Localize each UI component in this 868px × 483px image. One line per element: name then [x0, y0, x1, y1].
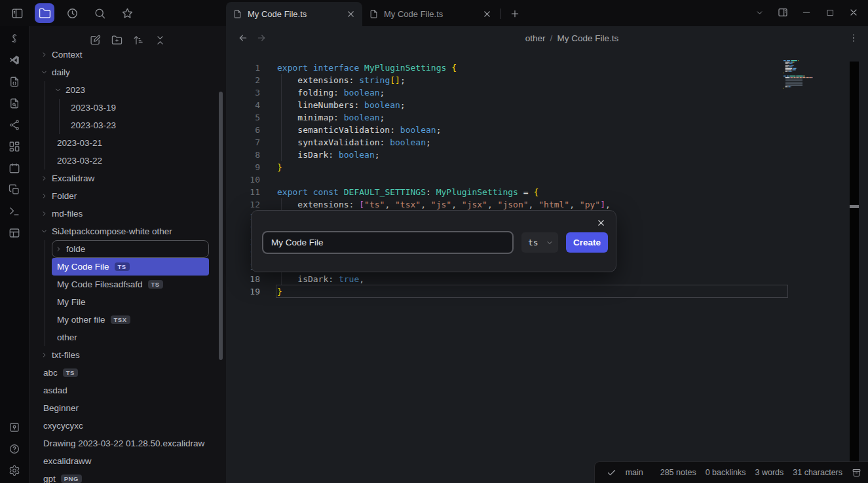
code-line: semanticValidation: boolean; — [277, 124, 441, 136]
tree-file[interactable]: Beginner — [38, 399, 209, 417]
tab-close-icon[interactable] — [482, 9, 492, 19]
line-number: 11 — [226, 186, 260, 198]
tree-file[interactable]: My Code FilesadfsafdTS — [52, 276, 209, 293]
tree-file[interactable]: 2023-03-19 — [66, 99, 209, 116]
tab-active[interactable]: My Code File.ts — [226, 2, 362, 26]
tree-folder[interactable]: Folder — [38, 187, 209, 205]
vault-icon[interactable] — [5, 418, 24, 437]
tree-item-label: SiJetpackcompose-white other — [52, 226, 172, 236]
tree-folder[interactable]: 2023 — [52, 81, 209, 99]
tree-folder[interactable]: md-files — [38, 205, 209, 223]
squiggle-icon[interactable] — [5, 29, 24, 48]
tree-file[interactable]: gptPNG — [38, 470, 209, 483]
copy-icon[interactable] — [5, 181, 24, 199]
filetype-dropdown[interactable]: ts — [521, 232, 558, 253]
tree-item-label: cxycycyxc — [43, 421, 83, 431]
tree-folder[interactable]: txt-files — [38, 346, 209, 364]
tree-file[interactable]: My File — [52, 293, 209, 311]
tree-file[interactable]: My Code FileTS — [52, 258, 209, 276]
tree-folder[interactable]: Excalidraw — [38, 170, 209, 187]
code-line: isDark: boolean; — [277, 149, 380, 161]
help-icon[interactable] — [5, 440, 24, 458]
filetype-badge: TS — [148, 280, 163, 289]
chevron-down-icon — [546, 239, 554, 247]
navigate-back-button[interactable] — [235, 30, 251, 46]
tree-item-label: My other file — [57, 315, 105, 325]
breadcrumb-current[interactable]: My Code File.ts — [557, 33, 618, 43]
file-tree-scrollbar[interactable] — [219, 92, 223, 360]
tree-item-label: 2023-03-23 — [71, 120, 116, 130]
close-window-button[interactable] — [844, 3, 863, 22]
tree-file[interactable]: other — [52, 329, 209, 346]
file-icon — [369, 9, 379, 19]
navigate-forward-button[interactable] — [254, 30, 269, 46]
tree-item-label: asdad — [43, 385, 67, 395]
tree-item-label: 2023 — [66, 85, 85, 95]
minimize-button[interactable] — [797, 3, 816, 22]
git-fork-icon[interactable] — [5, 116, 24, 134]
terminal-icon[interactable] — [5, 202, 24, 221]
calendar-icon[interactable] — [5, 159, 24, 177]
editor-scrollbar[interactable] — [850, 62, 859, 483]
breadcrumb-separator: / — [550, 33, 553, 43]
archive-icon[interactable] — [852, 468, 861, 478]
vscode-icon[interactable] — [5, 51, 24, 69]
files-view-button[interactable] — [35, 3, 54, 23]
tab-close-icon[interactable] — [346, 9, 356, 19]
line-number: 10 — [226, 173, 260, 186]
file-tree: Contextdaily20232023-03-192023-03-232023… — [29, 46, 226, 483]
tree-folder[interactable]: daily — [38, 63, 209, 81]
modal-close-icon[interactable] — [595, 217, 607, 228]
tree-folder[interactable]: Context — [38, 46, 209, 63]
tree-item-label: Folder — [52, 191, 77, 201]
chevron-down-icon — [41, 69, 48, 76]
line-number: 8 — [226, 149, 260, 161]
chevron-right-icon — [41, 192, 48, 200]
code-line: minimap: boolean; — [277, 111, 385, 124]
more-options-button[interactable] — [846, 30, 861, 46]
table-icon[interactable] — [5, 224, 24, 242]
code-line: export const DEFAULT_SETTINGS: MyPluginS… — [277, 186, 538, 198]
layout-grid-icon[interactable] — [5, 137, 24, 156]
filetype-badge: TS — [63, 368, 78, 378]
create-button[interactable]: Create — [566, 232, 608, 253]
maximize-button[interactable] — [821, 3, 839, 22]
code-editor[interactable]: 1export interface MyPluginSettings {2 ex… — [226, 50, 868, 483]
tree-item-label: excalidraww — [43, 456, 92, 466]
settings-icon[interactable] — [5, 461, 24, 480]
bookmarks-button[interactable] — [117, 3, 137, 23]
status-items: 285 notes0 backlinks3 words31 characters — [660, 468, 842, 477]
breadcrumb-parent[interactable]: other — [525, 33, 546, 43]
tree-file[interactable]: My other fileTSX — [52, 311, 209, 329]
right-sidebar-toggle[interactable] — [774, 3, 792, 22]
chevron-right-icon — [41, 210, 48, 217]
tree-file[interactable]: 2023-03-21 — [52, 134, 209, 152]
line-number: 5 — [226, 111, 260, 124]
tree-item-label: My Code Filesadfsafd — [57, 279, 143, 289]
search-button[interactable] — [90, 3, 109, 23]
file-code-icon[interactable] — [5, 73, 24, 91]
tree-file[interactable]: asdad — [38, 382, 209, 399]
tab-inactive[interactable]: My Code File.ts — [362, 2, 499, 26]
new-tab-button[interactable] — [506, 5, 523, 22]
editor-scrollbar-thumb[interactable] — [850, 205, 859, 208]
tree-file[interactable]: cxycycyxc — [38, 417, 209, 435]
tree-folder[interactable]: folde — [52, 240, 209, 258]
tree-file[interactable]: Drawing 2023-03-22 01.28.50.excalidraw — [38, 435, 209, 452]
tree-file[interactable]: excalidraww — [38, 452, 209, 470]
filename-input[interactable] — [262, 231, 514, 254]
tree-file[interactable]: 2023-03-22 — [52, 152, 209, 170]
git-branch-label[interactable]: main — [626, 468, 643, 477]
tree-file[interactable]: 2023-03-23 — [66, 116, 209, 134]
recent-files-button[interactable] — [62, 3, 82, 23]
tab-label: My Code File.ts — [384, 9, 482, 19]
tree-folder[interactable]: SiJetpackcompose-white other — [38, 223, 209, 240]
editor-pane: other / My Code File.ts 1export interfac… — [226, 26, 868, 483]
file-search-icon[interactable] — [5, 94, 24, 113]
tree-item-label: My Code File — [57, 262, 109, 272]
left-sidebar-toggle[interactable] — [7, 3, 27, 23]
minimap[interactable] — [783, 60, 836, 92]
tab-list-button[interactable] — [750, 3, 768, 22]
tree-item-label: folde — [66, 244, 85, 254]
tree-file[interactable]: abcTS — [38, 364, 209, 382]
